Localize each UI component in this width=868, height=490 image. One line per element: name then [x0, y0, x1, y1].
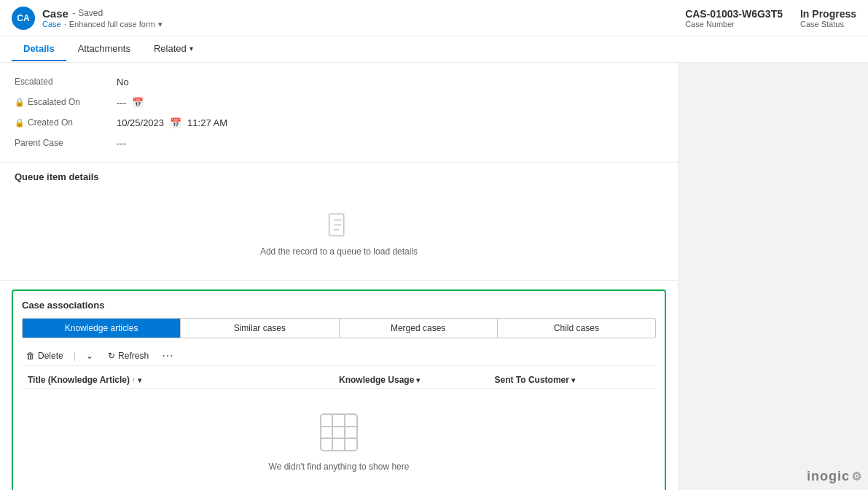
document-icon [324, 211, 353, 241]
inogic-gear-icon: ⚙ [851, 470, 862, 483]
lock-icon-1: 🔒 [15, 98, 25, 107]
created-on-row: 🔒 Created On 10/25/2023 📅 11:27 AM [15, 112, 663, 133]
case-title-text: Case [42, 7, 69, 20]
assoc-tab-similar[interactable]: Similar cases [181, 319, 339, 338]
empty-text: We didn't find anything to show here [269, 462, 410, 472]
calendar-icon-2[interactable]: 📅 [170, 117, 181, 128]
related-chevron: ▾ [189, 44, 193, 52]
table-empty-state: We didn't find anything to show here [22, 389, 656, 490]
col-sent-chevron: ▾ [571, 376, 575, 384]
assoc-tab-merged[interactable]: Merged cases [340, 319, 498, 338]
header-title-block: Case - Saved Case · Enhanced full case f… [42, 7, 163, 29]
tab-attachments[interactable]: Attachments [66, 37, 142, 61]
col-sent-header[interactable]: Sent To Customer ▾ [495, 375, 651, 385]
saved-label: - Saved [73, 8, 103, 18]
toolbar-separator-1: | [74, 350, 76, 361]
more-options-button[interactable]: ⋯ [162, 349, 173, 362]
created-on-value: 10/25/2023 📅 11:27 AM [117, 117, 663, 128]
created-on-label: 🔒 Created On [15, 117, 117, 128]
breadcrumb-separator: · [64, 20, 66, 28]
inogic-logo: inogic ⚙ [807, 469, 862, 484]
main-content: Escalated No 🔒 Escalated On --- 📅 🔒 Crea… [0, 63, 868, 490]
grid-icon [317, 411, 361, 454]
case-number-value: CAS-01003-W6G3T5 [685, 8, 783, 20]
parent-case-value: --- [117, 138, 663, 149]
queue-section: Queue item details Add the record to a q… [0, 163, 678, 281]
case-title: Case - Saved [42, 7, 163, 20]
table-header: Title (Knowledge Article) ↑ ▾ Knowledge … [22, 372, 656, 389]
col-knowledge-chevron: ▾ [416, 376, 420, 384]
assoc-tab-child[interactable]: Child cases [498, 319, 655, 338]
queue-empty: Add the record to a queue to load detail… [15, 197, 663, 271]
case-status-label: Case Status [800, 20, 844, 28]
refresh-button[interactable]: ↻ Refresh [103, 349, 153, 362]
case-assoc-title: Case associations [22, 300, 656, 311]
queue-empty-text: Add the record to a queue to load detail… [260, 246, 418, 257]
col-knowledge-header[interactable]: Knowledge Usage ▾ [339, 375, 495, 385]
header-left: CA Case - Saved Case · Enhanced full cas… [12, 7, 163, 30]
refresh-icon: ↻ [108, 351, 115, 361]
app-header: CA Case - Saved Case · Enhanced full cas… [0, 0, 868, 36]
case-number-col: CAS-01003-W6G3T5 Case Number [685, 8, 783, 28]
breadcrumb: Case · Enhanced full case form ▾ [42, 20, 163, 29]
case-associations: Case associations Knowledge articles Sim… [12, 289, 666, 490]
escalated-on-label: 🔒 Escalated On [15, 97, 117, 107]
chevron-down-icon: ⌄ [86, 351, 93, 361]
assoc-tab-knowledge[interactable]: Knowledge articles [23, 319, 181, 338]
case-status-value: In Progress [800, 8, 856, 20]
tab-details[interactable]: Details [12, 37, 66, 61]
delete-button[interactable]: 🗑 Delete [22, 349, 68, 362]
escalated-row: Escalated No [15, 71, 663, 92]
parent-case-label: Parent Case [15, 138, 117, 148]
col-title-header[interactable]: Title (Knowledge Article) ↑ ▾ [28, 375, 339, 385]
form-section: Escalated No 🔒 Escalated On --- 📅 🔒 Crea… [0, 63, 678, 163]
right-panel: inogic ⚙ [679, 63, 868, 490]
calendar-icon-1[interactable]: 📅 [132, 97, 144, 108]
avatar: CA [12, 7, 35, 30]
case-status-col: In Progress Case Status [800, 8, 856, 28]
breadcrumb-parent[interactable]: Case [42, 20, 61, 28]
assoc-tabs: Knowledge articles Similar cases Merged … [22, 318, 656, 338]
parent-case-row: Parent Case --- [15, 133, 663, 153]
breadcrumb-current[interactable]: Enhanced full case form [69, 20, 155, 28]
left-panel: Escalated No 🔒 Escalated On --- 📅 🔒 Crea… [0, 63, 679, 490]
escalated-on-value: --- 📅 [117, 97, 663, 108]
col-title-chevron: ▾ [138, 376, 141, 384]
queue-title: Queue item details [15, 171, 663, 182]
dropdown-chevron-button[interactable]: ⌄ [82, 349, 98, 362]
assoc-toolbar: 🗑 Delete | ⌄ ↻ Refresh ⋯ [22, 346, 656, 366]
breadcrumb-chevron[interactable]: ▾ [158, 20, 163, 29]
escalated-value: No [117, 77, 663, 88]
nav-tabs: Details Attachments Related ▾ [0, 36, 868, 63]
svg-rect-4 [321, 414, 357, 451]
escalated-label: Escalated [15, 77, 117, 87]
tab-related[interactable]: Related ▾ [142, 37, 205, 61]
lock-icon-2: 🔒 [15, 118, 25, 128]
trash-icon: 🗑 [26, 351, 35, 361]
escalated-on-row: 🔒 Escalated On --- 📅 [15, 92, 663, 112]
sort-icon-title: ↑ [132, 376, 136, 384]
case-number-label: Case Number [685, 20, 735, 28]
header-right: CAS-01003-W6G3T5 Case Number In Progress… [685, 8, 856, 28]
